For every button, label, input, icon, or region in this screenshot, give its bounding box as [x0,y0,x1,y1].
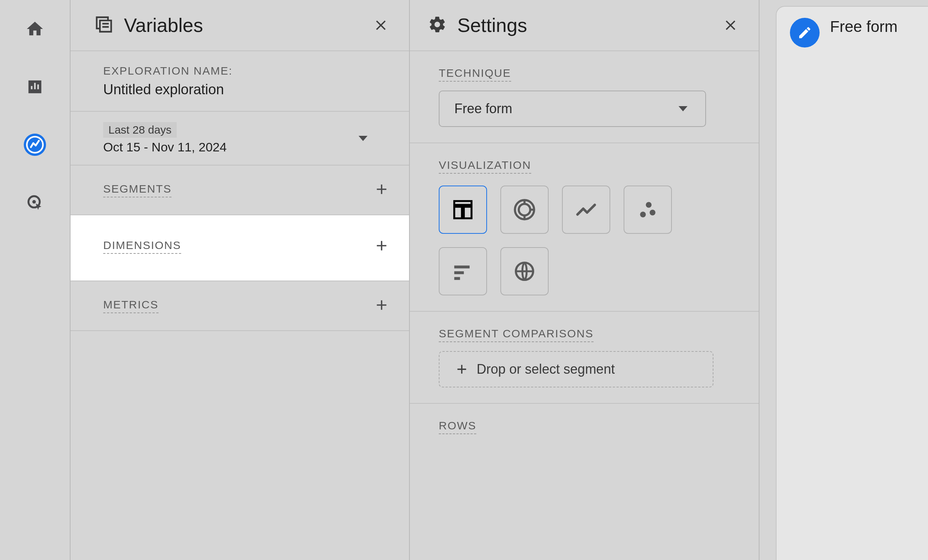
metrics-add-button[interactable] [374,297,390,315]
close-icon [373,17,389,34]
plus-icon [374,238,390,254]
plus-icon [374,181,390,197]
technique-label: TECHNIQUE [439,67,511,82]
line-chart-icon [575,198,598,221]
segment-drop-text: Drop or select segment [477,362,615,377]
date-range-picker[interactable]: Last 28 days Oct 15 - Nov 11, 2024 [70,112,409,165]
donut-chart-icon [513,198,536,221]
home-icon [25,19,44,38]
variables-icon [94,15,114,36]
metrics-section: METRICS [70,281,409,331]
visualization-block: VISUALIZATION [410,143,759,312]
settings-header: Settings [410,0,759,51]
segment-comparisons-label: SEGMENT COMPARISONS [439,327,594,342]
table-icon [451,198,475,221]
scatter-icon [636,198,659,221]
technique-block: TECHNIQUE Free form [410,51,759,143]
bar-chart-icon [25,77,44,96]
technique-select[interactable]: Free form [439,90,706,127]
nav-reports[interactable] [24,76,46,98]
segments-label: SEGMENTS [103,183,171,197]
globe-icon [513,260,536,283]
viz-scatter[interactable] [624,186,672,234]
settings-title: Settings [457,14,710,37]
rows-block: ROWS [410,404,759,443]
technique-value: Free form [454,101,512,116]
canvas-tab: Free form [776,6,928,560]
explore-icon [25,135,44,154]
nav-explore[interactable] [24,134,46,156]
exploration-name-block[interactable]: EXPLORATION NAME: Untitled exploration [70,51,409,112]
segment-drop-zone[interactable]: Drop or select segment [439,351,713,388]
viz-bar[interactable] [439,247,487,295]
chevron-down-icon [359,136,368,141]
exploration-name-value: Untitled exploration [103,82,390,98]
segment-comparisons-block: SEGMENT COMPARISONS Drop or select segme… [410,312,759,404]
viz-geo[interactable] [501,247,549,295]
canvas-area: Free form [759,0,928,560]
svg-point-4 [650,210,656,216]
plus-icon [374,297,390,313]
chevron-down-icon [679,106,687,111]
viz-donut[interactable] [501,186,549,234]
svg-point-2 [32,200,36,204]
segments-add-button[interactable] [374,181,390,199]
exploration-name-label: EXPLORATION NAME: [103,64,390,77]
svg-point-5 [646,202,652,208]
date-preset-chip: Last 28 days [103,122,177,138]
metrics-label: METRICS [103,298,159,313]
rows-label: ROWS [439,420,476,434]
settings-panel: Settings TECHNIQUE Free form VISUALIZATI… [409,0,759,560]
gear-icon [427,15,447,36]
date-range-text: Oct 15 - Nov 11, 2024 [103,140,227,154]
nav-advertising[interactable] [24,191,46,214]
variables-close-button[interactable] [371,15,391,36]
bar-horizontal-icon [451,260,475,283]
visualization-label: VISUALIZATION [439,159,531,174]
close-icon [722,17,739,34]
target-click-icon [25,193,44,212]
dimensions-add-button[interactable] [374,238,390,255]
segments-section: SEGMENTS [70,165,409,215]
dimensions-label: DIMENSIONS [103,239,181,254]
nav-rail [0,0,70,560]
svg-point-3 [640,212,646,217]
dimensions-section: DIMENSIONS [70,215,409,281]
pencil-icon [797,25,812,40]
variables-header: Variables [70,0,409,51]
viz-line[interactable] [562,186,610,234]
variables-title: Variables [124,14,360,37]
variables-panel: Variables EXPLORATION NAME: Untitled exp… [70,0,409,560]
canvas-tab-title: Free form [830,18,897,36]
viz-table[interactable] [439,186,487,234]
edit-tab-button[interactable] [790,18,820,47]
nav-home[interactable] [24,18,46,40]
plus-icon [454,362,469,377]
settings-close-button[interactable] [720,15,741,36]
